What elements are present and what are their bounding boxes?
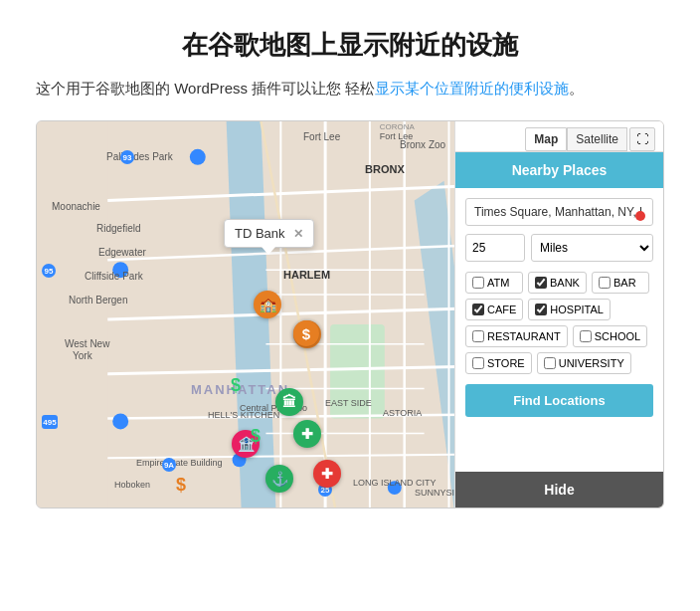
checkbox-school-input[interactable] xyxy=(580,330,592,342)
subtitle-pre: 这个用于谷歌地图的 WordPress 插件可以让您 轻松 xyxy=(36,80,375,97)
subtitle-post: 。 xyxy=(569,80,584,97)
checkbox-store[interactable]: STORE xyxy=(465,352,532,374)
location-input[interactable] xyxy=(465,198,653,226)
svg-rect-23 xyxy=(190,149,206,165)
map-icon-cross: ✚ xyxy=(293,420,321,448)
svg-text:Fort Lee: Fort Lee xyxy=(380,131,413,141)
map-tab-satellite[interactable]: Satellite xyxy=(567,127,627,151)
checkbox-university[interactable]: UNIVERSITY xyxy=(537,352,631,374)
checkbox-atm-input[interactable] xyxy=(472,277,484,289)
expand-button[interactable]: ⛶ xyxy=(629,127,655,151)
tooltip-close-btn[interactable]: ✕ xyxy=(293,227,303,241)
map-icon-dollar3: $ xyxy=(251,426,261,447)
hide-button[interactable]: Hide xyxy=(455,472,663,508)
checkbox-bar-input[interactable] xyxy=(599,277,611,289)
map-tab-map[interactable]: Map xyxy=(525,127,567,151)
highway-badge-495: 495 xyxy=(42,415,58,429)
map-icon-school: 🏫 xyxy=(254,291,281,318)
highway-badge-9a: 9A xyxy=(162,458,176,472)
distance-input[interactable] xyxy=(465,234,525,262)
map-icon-dollar2: $ xyxy=(293,320,319,346)
checkbox-restaurant-input[interactable] xyxy=(472,330,484,342)
map-icon-cross2: ✚ xyxy=(313,460,341,488)
map-icon-dollar5: $ xyxy=(231,375,241,396)
svg-rect-25 xyxy=(112,413,128,429)
distance-row: Miles Km xyxy=(465,234,653,262)
find-locations-button[interactable]: Find Locations xyxy=(465,384,653,417)
checkbox-university-input[interactable] xyxy=(544,357,556,369)
map-icon-dollar4: $ xyxy=(176,475,186,496)
subtitle-highlight: 显示某个位置附近的便利设施 xyxy=(375,80,569,97)
svg-text:CORONA: CORONA xyxy=(380,122,416,131)
checkbox-bar[interactable]: BAR xyxy=(592,272,649,294)
checkbox-hospital[interactable]: HOSPITAL xyxy=(528,299,611,320)
page-title: 在谷歌地图上显示附近的设施 xyxy=(36,28,664,63)
checkbox-bank-input[interactable] xyxy=(535,277,547,289)
checkbox-atm[interactable]: ATM xyxy=(465,272,523,294)
page: 在谷歌地图上显示附近的设施 这个用于谷歌地图的 WordPress 插件可以让您… xyxy=(0,0,700,540)
checkbox-school[interactable]: SCHOOL xyxy=(573,325,647,347)
svg-rect-4 xyxy=(330,324,385,419)
map-tooltip: TD Bank ✕ xyxy=(224,219,314,248)
highway-badge-95: 95 xyxy=(42,264,56,278)
tooltip-arrow xyxy=(262,247,275,255)
map-controls: Map Satellite ⛶ xyxy=(455,121,663,152)
checkbox-restaurant[interactable]: RESTAURANT xyxy=(465,325,568,347)
map-icon-hospital: 🏛 xyxy=(275,388,303,416)
location-marker xyxy=(635,211,645,221)
svg-rect-27 xyxy=(388,481,402,495)
distance-select[interactable]: Miles Km xyxy=(531,234,653,262)
checkbox-store-input[interactable] xyxy=(472,357,484,369)
checkbox-hospital-input[interactable] xyxy=(535,304,547,315)
map-icon-anchor: ⚓ xyxy=(265,465,293,493)
checkbox-bank[interactable]: BANK xyxy=(528,272,587,294)
highway-badge-93: 93 xyxy=(120,150,134,164)
page-subtitle: 这个用于谷歌地图的 WordPress 插件可以让您 轻松显示某个位置附近的便利… xyxy=(36,77,664,101)
svg-rect-24 xyxy=(112,262,128,278)
checkbox-cafe-input[interactable] xyxy=(472,304,484,315)
map-container: Fort Lee CORONA Palisades Park Moonachie… xyxy=(36,120,664,509)
checkbox-grid: ATM BANK BAR CAFE HOSPITAL xyxy=(465,272,653,374)
location-wrapper xyxy=(465,198,653,234)
sidebar-panel: Map Satellite ⛶ Nearby Places Miles Km xyxy=(454,121,663,508)
checkbox-cafe[interactable]: CAFE xyxy=(465,299,523,320)
nearby-places-header: Nearby Places xyxy=(455,152,663,188)
tooltip-label: TD Bank xyxy=(235,226,285,241)
nearby-body: Miles Km ATM BANK BAR xyxy=(455,188,663,508)
